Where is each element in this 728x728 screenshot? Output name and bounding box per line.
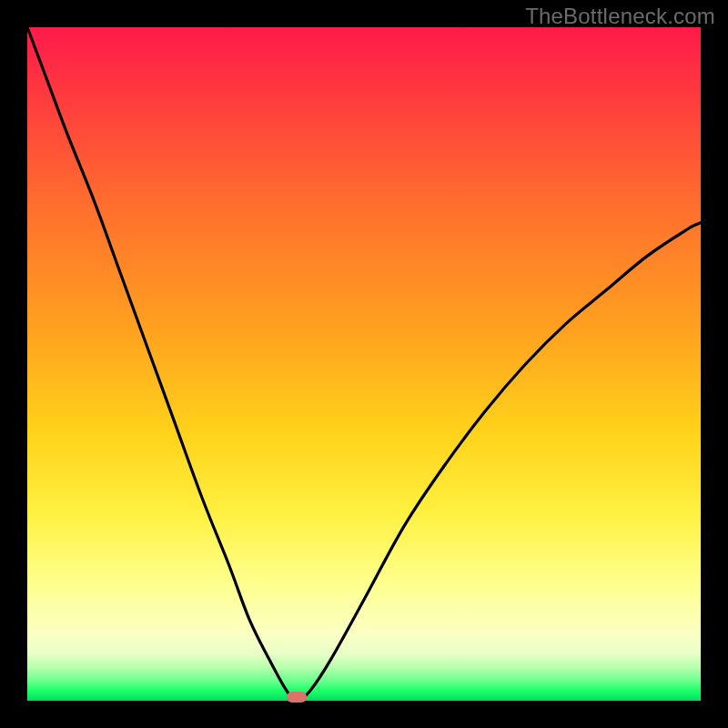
curve-path bbox=[27, 27, 701, 701]
chart-frame: TheBottleneck.com bbox=[0, 0, 728, 728]
bottleneck-curve bbox=[27, 27, 701, 701]
optimum-marker bbox=[287, 692, 307, 703]
watermark-text: TheBottleneck.com bbox=[525, 4, 715, 29]
